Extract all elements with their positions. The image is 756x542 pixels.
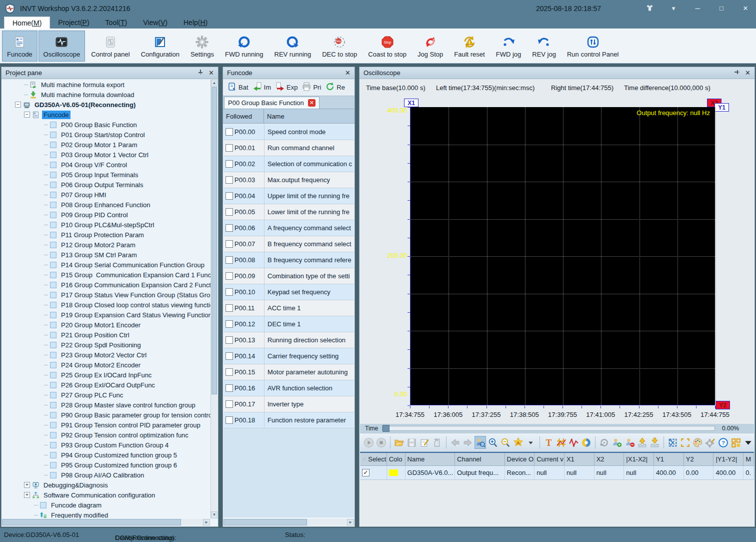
funcode-row[interactable]: P00.10Keypad set frequency (224, 284, 354, 300)
tree-item[interactable]: P06 Group Output Terminals (2, 180, 210, 190)
tree-item[interactable]: P94 Group Customized function group 5 (2, 450, 210, 460)
person-zoom-icon[interactable] (474, 436, 486, 449)
history-icon[interactable] (598, 436, 610, 449)
followed-checkbox[interactable] (226, 144, 233, 152)
close-icon[interactable]: ✕ (345, 69, 350, 77)
tree-item[interactable]: +Software Communication configuration (2, 490, 210, 500)
zoom-out-icon[interactable] (500, 436, 511, 449)
edit-icon[interactable] (419, 436, 430, 449)
stop-icon[interactable] (376, 436, 387, 449)
followed-checkbox[interactable] (226, 176, 233, 184)
hscroll-thumb[interactable] (2, 519, 181, 525)
minimize-button[interactable]: ─ (692, 5, 703, 12)
funcode-row[interactable]: P00.03Max.output frequency (224, 172, 354, 188)
funcode-button[interactable]: Funcode (2, 31, 38, 62)
tree-item[interactable]: P27 Group PLC Func (2, 390, 210, 400)
tree-item[interactable]: P12 Group Motor2 Param (2, 240, 210, 250)
fwd-jog-button[interactable]: FWD jog (491, 31, 526, 62)
tree-item[interactable]: P16 Group Communication Expansion Card 2… (2, 280, 210, 290)
tree-item[interactable]: Frequently modified (2, 510, 210, 518)
palette-icon[interactable] (692, 436, 704, 449)
followed-checkbox[interactable] (226, 160, 233, 168)
snapshot-icon[interactable] (667, 436, 678, 449)
project-tree-vscrollbar[interactable]: ▲ ▼ (210, 80, 218, 518)
menu-home[interactable]: Home(M) (4, 17, 50, 29)
oscilloscope-button[interactable]: Oscilloscope (38, 31, 86, 62)
maximize-button[interactable]: □ (716, 5, 727, 12)
auto-scale-icon[interactable]: A (512, 436, 524, 449)
select-checkbox[interactable]: ✓ (362, 469, 370, 476)
fwd-running-button[interactable]: FWD running (220, 31, 268, 62)
menu-project[interactable]: Project(P) (50, 17, 97, 29)
help-icon[interactable]: ? (717, 436, 728, 449)
sd-card-icon[interactable] (432, 436, 443, 449)
marquee-icon[interactable] (680, 436, 691, 449)
cursor-y2[interactable]: Y2 (716, 401, 730, 409)
refresh-ball-icon[interactable] (580, 436, 592, 449)
followed-checkbox[interactable] (226, 224, 233, 232)
followed-checkbox[interactable] (226, 256, 233, 264)
export-data-icon[interactable] (636, 436, 648, 449)
tab-p00-group-basic-function[interactable]: P00 Group Basic Function ✕ (224, 97, 320, 109)
tree-item[interactable]: P17 Group Status View Function Group (St… (2, 290, 210, 300)
followed-checkbox[interactable] (226, 128, 233, 136)
configuration-button[interactable]: Configuration (136, 31, 184, 62)
funcode-row[interactable]: P00.05Lower limit of the running fre (224, 204, 354, 220)
followed-checkbox[interactable] (226, 400, 233, 408)
tree-item[interactable]: P00 Group Basic Function (2, 120, 210, 130)
followed-checkbox[interactable] (226, 336, 233, 344)
run-control-panel-button[interactable]: Run control Panel (562, 31, 624, 62)
time-scroll-thumb[interactable] (382, 425, 390, 432)
vscroll-thumb[interactable] (212, 87, 217, 394)
tree-item[interactable]: P90 Group Basic parameter group for tens… (2, 410, 210, 420)
funcode-row[interactable]: P00.13Running direction selection (224, 332, 354, 348)
funcode-row[interactable]: P00.16AVR function selection (224, 380, 354, 396)
close-icon[interactable]: ✕ (208, 69, 214, 77)
funcode-row[interactable]: P00.04Upper limit of the running fre (224, 188, 354, 204)
funcode-row[interactable]: P00.15Motor parameter autotuning (224, 364, 354, 380)
tree-item[interactable]: Multi machine formula download (2, 90, 210, 100)
tree-item[interactable]: P28 Group Master slave control function … (2, 400, 210, 410)
hscroll-thumb[interactable] (224, 519, 307, 525)
tree-item[interactable]: Funcode diagram (2, 500, 210, 510)
fault-reset-button[interactable]: !Fault reset (449, 31, 490, 62)
cursor-y1[interactable]: Y1 (714, 103, 729, 112)
back-icon[interactable] (450, 436, 461, 449)
funcode-row[interactable]: P00.12DEC time 1 (224, 316, 354, 332)
tool-config-icon[interactable] (704, 436, 716, 449)
import-button[interactable]: Im (250, 80, 273, 95)
tree-item[interactable]: P91 Group Tension control PID parameter … (2, 420, 210, 430)
tree-item[interactable]: P14 Group Serial Communication Function … (2, 260, 210, 270)
menu-help[interactable]: Help(H) (176, 17, 216, 29)
followed-checkbox[interactable] (226, 352, 233, 360)
jog-stop-button[interactable]: Jog Stop (412, 31, 448, 62)
menu-view[interactable]: View(V) (135, 17, 176, 29)
tree-item[interactable]: P07 Group HMI (2, 190, 210, 200)
layout-grid-icon[interactable] (730, 436, 742, 449)
scroll-down-icon[interactable]: ▼ (211, 511, 218, 518)
project-tree-hscrollbar[interactable]: ► (2, 519, 210, 525)
tree-item[interactable]: P95 Group Customized function group 6 (2, 460, 210, 470)
tree-item[interactable]: P20 Group Motor1 Encoder (2, 320, 210, 330)
tree-item[interactable]: P03 Group Motor 1 Vector Ctrl (2, 150, 210, 160)
time-scroll-track[interactable] (382, 426, 715, 431)
followed-checkbox[interactable] (226, 368, 233, 376)
expand-icon[interactable]: + (24, 492, 30, 498)
followed-checkbox[interactable] (226, 320, 233, 328)
tree-item[interactable]: P04 Group V/F Control (2, 160, 210, 170)
tree-item[interactable]: P22 Group Spdl Positioning (2, 340, 210, 350)
funcode-row[interactable]: P00.17Inverter type (224, 396, 354, 412)
tree-item[interactable]: P92 Group Tension control optimization f… (2, 430, 210, 440)
expand-icon[interactable]: + (24, 482, 30, 488)
tree-item[interactable]: P15 Group Communication Expansion Card 1… (2, 270, 210, 280)
import-data-icon[interactable] (649, 436, 660, 449)
tree-item[interactable]: −GD350A-V6.05-01(Reconnecting) (2, 100, 210, 110)
scroll-right-icon[interactable]: ► (203, 519, 210, 525)
funcode-hscrollbar[interactable]: ► (224, 519, 354, 525)
funcode-row[interactable]: P00.00Speed control mode (224, 124, 354, 140)
tree-item[interactable]: P25 Group Ex I/OCard InpFunc (2, 370, 210, 380)
tree-item[interactable]: P98 Group AI/AO Calibration (2, 470, 210, 480)
funcode-row[interactable]: P00.07B frequency command select (224, 236, 354, 252)
pin-icon[interactable] (734, 69, 740, 77)
funcode-row[interactable]: P00.14Carrier frequency setting (224, 348, 354, 364)
